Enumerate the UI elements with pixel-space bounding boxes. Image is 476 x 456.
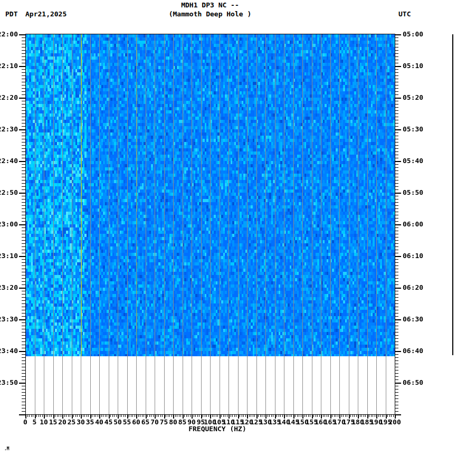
frequency-tick-label: 45	[104, 419, 113, 426]
frequency-tick-label: 60	[132, 419, 140, 426]
left-time-tick-label: 22:30	[0, 126, 18, 133]
right-time-tick-label: 06:20	[403, 284, 427, 291]
right-time-tick-label: 05:20	[403, 94, 427, 101]
x-axis-title: FREQUENCY (HZ)	[165, 425, 270, 433]
left-time-tick-label: 23:00	[0, 221, 18, 228]
frequency-tick-label: 10	[40, 419, 48, 426]
left-time-tick-label: 22:20	[0, 94, 18, 101]
frequency-tick-label: 30	[77, 419, 85, 426]
right-time-tick-label: 06:40	[403, 347, 427, 355]
frequency-tick-label: 85	[178, 419, 187, 426]
frequency-tick-label: 50	[113, 419, 122, 426]
frequency-tick-label: 15	[49, 419, 58, 426]
frequency-tick-label: 0	[23, 419, 27, 426]
left-time-tick-label: 22:00	[0, 31, 18, 38]
left-time-tick-label: 23:50	[0, 379, 18, 386]
watermark-text: .M	[4, 446, 9, 451]
frequency-tick-label: 75	[160, 419, 168, 426]
left-time-tick-label: 23:20	[0, 284, 18, 291]
frequency-tick-label: 25	[68, 419, 76, 426]
right-time-tick-label: 05:00	[403, 31, 427, 38]
right-time-tick-label: 06:50	[403, 379, 427, 386]
right-time-tick-label: 05:10	[403, 62, 427, 70]
amplitude-scale-bar	[452, 34, 453, 355]
left-time-tick-label: 22:40	[0, 157, 18, 165]
frequency-tick-label: 55	[123, 419, 131, 426]
left-time-tick-label: 22:10	[0, 62, 18, 70]
left-time-tick-label: 23:40	[0, 347, 18, 355]
right-time-tick-label: 06:00	[403, 221, 427, 228]
right-time-tick-label: 06:10	[403, 252, 427, 260]
right-time-tick-label: 05:50	[403, 189, 427, 196]
right-time-tick-label: 05:30	[403, 126, 427, 133]
left-time-tick-label: 23:30	[0, 316, 18, 323]
frequency-tick-label: 35	[86, 419, 94, 426]
right-time-tick-label: 05:40	[403, 157, 427, 165]
right-time-tick-label: 06:30	[403, 316, 427, 323]
left-time-tick-label: 22:50	[0, 189, 18, 196]
frequency-tick-label: 40	[95, 419, 103, 426]
frequency-tick-label: 200	[388, 419, 401, 426]
left-time-tick-label: 23:10	[0, 252, 18, 260]
frequency-tick-label: 5	[33, 419, 37, 426]
spectrogram-page: PDT Apr21,2025 MDH1 DP3 NC -- (Mammoth D…	[0, 0, 476, 456]
frequency-tick-label: 65	[141, 419, 150, 426]
frequency-tick-label: 20	[58, 419, 66, 426]
frequency-tick-label: 80	[169, 419, 177, 426]
frequency-tick-label: 70	[150, 419, 159, 426]
